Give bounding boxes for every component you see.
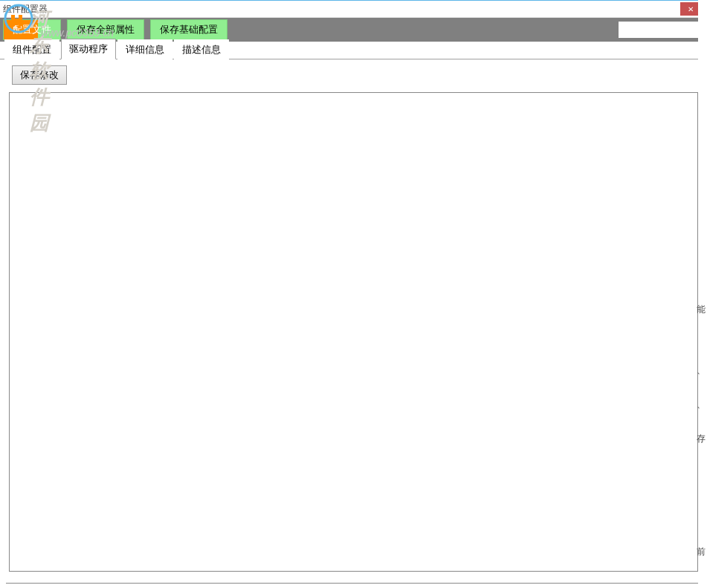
right-edge-fragments: 能 、 、 存 前 xyxy=(698,0,707,588)
title-bar: 组件配置器 ✕ xyxy=(0,0,707,18)
tab-component-config[interactable]: 组件配置 xyxy=(4,39,59,59)
bottom-divider-left xyxy=(6,583,417,584)
config-file-button[interactable]: 配置文件 xyxy=(3,19,61,40)
fragment-text: 存 xyxy=(697,433,706,445)
fragment-text: 前 xyxy=(697,546,706,558)
fragment-text: 、 xyxy=(697,364,706,377)
save-changes-button[interactable]: 保存修改 xyxy=(12,65,67,85)
tab-description[interactable]: 描述信息 xyxy=(174,39,229,59)
save-basic-button[interactable]: 保存基础配置 xyxy=(150,19,227,40)
driver-textarea[interactable] xyxy=(10,93,697,571)
tab-driver[interactable]: 驱动程序 xyxy=(61,39,116,59)
search-input[interactable] xyxy=(619,22,704,38)
save-all-button[interactable]: 保存全部属性 xyxy=(67,19,144,40)
fragment-text: 、 xyxy=(697,398,706,411)
fragment-text: 能 xyxy=(697,303,706,316)
close-icon: ✕ xyxy=(688,5,694,13)
bottom-divider-right xyxy=(416,583,698,584)
tab-detail-info[interactable]: 详细信息 xyxy=(117,39,172,59)
content-area: 保存修改 xyxy=(0,59,707,588)
tab-bar: 组件配置 驱动程序 详细信息 描述信息 xyxy=(0,42,707,59)
window-title: 组件配置器 xyxy=(0,3,48,16)
textarea-container xyxy=(9,92,698,572)
